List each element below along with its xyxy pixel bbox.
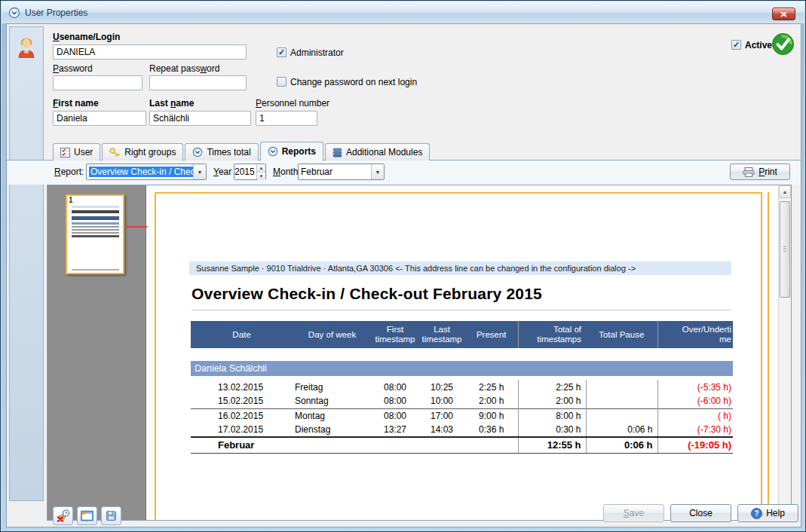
table-row: 17.02.2015Dienstag13:2714:030:36 h0:30 h… — [191, 423, 733, 437]
tab-additional-modules[interactable]: Additional Modules — [325, 143, 430, 161]
clock-delete-icon — [57, 509, 70, 522]
scroll-up-button[interactable]: ▲ — [779, 185, 791, 198]
administrator-label: Administrator — [290, 47, 344, 58]
thumbnail-content — [72, 206, 119, 208]
year-up-button[interactable]: ▲ — [257, 164, 265, 173]
table-row: 15.02.2015Sonntag08:0010:002:00 h2:00 h(… — [191, 394, 733, 408]
dialog-content: Usename/Login Administrator Password Rep… — [6, 23, 801, 527]
report-select[interactable]: Overview Check-in / Check ▼ — [86, 164, 207, 180]
print-button[interactable]: Print — [730, 164, 790, 180]
table-cell: (-5:35 h) — [657, 380, 733, 394]
last-name-input[interactable] — [149, 111, 251, 126]
table-cell: 14:03 — [418, 423, 465, 437]
table-cell: 9:00 h — [465, 408, 518, 423]
tab-times-total-label: Times total — [207, 147, 250, 157]
title-bar[interactable]: User Properties — [2, 2, 804, 23]
table-row: 13.02.2015Freitag08:0010:252:25 h2:25 h(… — [191, 380, 733, 394]
new-window-button[interactable] — [77, 506, 97, 525]
svg-text:?: ? — [755, 509, 759, 518]
thumbnail-content — [72, 232, 119, 234]
change-password-checkbox[interactable] — [277, 77, 287, 87]
window-icon — [81, 510, 93, 521]
report-table: DateDay of weekFirst timestampLast times… — [191, 321, 733, 454]
year-spinner[interactable]: 2015 ▲▼ — [234, 164, 266, 180]
column-header: Present — [465, 321, 518, 348]
username-input[interactable] — [53, 44, 247, 60]
thumbnail-content — [72, 226, 119, 228]
total-row-label: Februar — [191, 437, 518, 453]
active-label: Active — [745, 40, 772, 50]
table-cell: 0:06 h — [586, 423, 657, 437]
floppy-disk-icon — [106, 510, 117, 521]
column-header: Day of week — [293, 321, 372, 348]
column-header: Date — [191, 321, 293, 348]
table-row: 16.02.2015Montag08:0017:009:00 h8:00 h( … — [191, 408, 733, 423]
delete-timestamps-button[interactable] — [53, 506, 73, 525]
year-label: Year — [213, 167, 231, 177]
report-address-line: Susanne Sample · 9010 Trialdrive · Atlan… — [189, 261, 731, 275]
page-thumbnail[interactable]: 1 — [66, 194, 124, 274]
active-checkbox[interactable] — [731, 40, 741, 50]
tab-right-groups[interactable]: Right groups — [102, 143, 183, 161]
printer-icon — [743, 167, 755, 177]
report-preview-panel: 1 Susanne Sample · 9010 Trialdrive · Atl… — [47, 185, 792, 521]
chevron-down-icon[interactable]: ▼ — [371, 164, 384, 179]
table-cell: (-6:00 h) — [657, 394, 733, 408]
tab-user[interactable]: User — [53, 143, 100, 161]
year-down-button[interactable]: ▼ — [257, 173, 265, 180]
tab-additional-modules-label: Additional Modules — [346, 147, 422, 157]
table-cell: Sonntag — [293, 394, 372, 408]
table-cell: 8:00 h — [518, 408, 586, 423]
table-cell: 08:00 — [372, 408, 418, 423]
keys-icon — [109, 148, 121, 157]
table-cell: 2:00 h — [465, 394, 518, 408]
table-cell: 15.02.2015 — [191, 394, 293, 408]
page-thumbnail-strip: 1 — [48, 185, 146, 520]
administrator-checkbox[interactable] — [277, 47, 287, 57]
table-cell: 0:36 h — [465, 423, 518, 437]
report-page: Susanne Sample · 9010 Trialdrive · Atlan… — [155, 192, 762, 520]
save-button[interactable]: Save — [603, 504, 664, 522]
total-of-timestamps-value: 12:55 h — [518, 437, 586, 453]
report-label: Report: — [54, 167, 84, 177]
clock-chevron-icon — [8, 7, 20, 19]
over-undertime-value: (-19:05 h) — [657, 437, 733, 453]
clock-icon — [268, 146, 278, 157]
table-cell: 10:00 — [418, 394, 465, 408]
close-window-button[interactable] — [772, 8, 795, 20]
tab-reports-label: Reports — [282, 146, 316, 157]
table-cell: 2:00 h — [518, 394, 586, 408]
repeat-password-input[interactable] — [149, 75, 247, 90]
preview-viewport[interactable]: Susanne Sample · 9010 Trialdrive · Atlan… — [147, 185, 778, 520]
table-cell: (-7:30 h) — [657, 423, 733, 437]
tab-times-total[interactable]: Times total — [185, 143, 258, 161]
table-cell — [586, 408, 657, 423]
tab-reports[interactable]: Reports — [260, 142, 323, 161]
first-name-input[interactable] — [53, 111, 146, 126]
table-cell: 13:27 — [372, 423, 418, 437]
table-cell: 17.02.2015 — [191, 423, 293, 437]
table-cell: Dienstag — [293, 423, 372, 437]
last-name-label: Last name — [149, 98, 194, 109]
thumbnail-content — [72, 235, 119, 237]
table-cell: 08:00 — [372, 380, 418, 394]
scroll-thumb[interactable] — [780, 201, 790, 298]
month-select[interactable]: Februar ▼ — [298, 164, 385, 180]
save-report-button[interactable] — [101, 506, 121, 525]
user-properties-dialog: User Properties Usename/Login Administra… — [0, 0, 806, 532]
help-button[interactable]: ? Help — [737, 504, 798, 522]
table-cell — [586, 380, 657, 394]
month-label: Month — [273, 167, 298, 177]
total-pause-value: 0:06 h — [586, 437, 657, 453]
repeat-password-label: Repeat password — [149, 63, 219, 74]
thumbnail-content — [72, 229, 119, 231]
active-status-icon — [771, 32, 795, 56]
window-title: User Properties — [25, 8, 87, 18]
close-icon — [780, 11, 787, 17]
personnel-number-input[interactable] — [256, 111, 317, 126]
clock-icon — [192, 147, 203, 157]
password-input[interactable] — [53, 75, 143, 90]
chevron-down-icon[interactable]: ▼ — [193, 164, 206, 179]
close-button[interactable]: Close — [670, 504, 731, 522]
preview-scrollbar[interactable]: ▲ ▼ — [778, 185, 791, 520]
